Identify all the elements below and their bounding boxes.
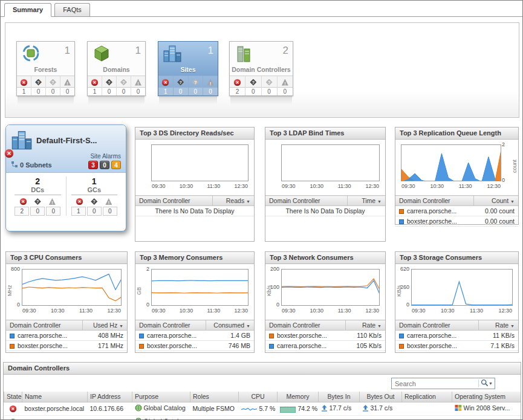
legend-row[interactable]: carrera.porsche... 11 KB/s <box>395 331 518 341</box>
y-axis-unit: KB/s <box>396 279 402 303</box>
status-count: 0 <box>46 207 60 216</box>
legend-col-metric[interactable]: Reads ▼ <box>212 196 254 206</box>
panel-title: Top 3 CPU Consumers <box>6 252 127 264</box>
status-count: 0 <box>87 207 102 216</box>
legend-row[interactable]: carrera.porsche... 105 Kb/s <box>265 341 385 351</box>
legend-col-metric[interactable]: Rate ▼ <box>345 320 385 331</box>
x-axis-ticks: 09:30 10:30 11:30 12:30 <box>281 183 380 189</box>
col-cpu[interactable]: CPU <box>239 392 278 402</box>
table-header-row: State Name IP Address Purpose Roles CPU … <box>4 392 522 402</box>
tile-domain-controllers[interactable]: 2 Domain Controllers ✕2 ?0 ?0 !0 <box>229 41 293 96</box>
dc-name: boxster.porsche... <box>147 342 197 349</box>
col-operating-system[interactable]: Operating System <box>452 392 522 402</box>
legend-col-metric[interactable]: Rate ▼ <box>478 320 518 331</box>
y-axis-unit: GB <box>136 279 142 303</box>
col-state[interactable]: State <box>4 392 22 402</box>
legend-row[interactable]: carrera.porsche... 1.4 GB <box>135 331 254 341</box>
critical-alarm-badge[interactable]: 0 <box>100 161 109 169</box>
fatal-alarm-badge[interactable]: 3 <box>88 161 98 169</box>
legend-row[interactable]: boxster.porsche... 7.1 KB/s <box>395 341 518 351</box>
dc-table-row[interactable]: ✕ carrera.porsche.local 10.6.176.67 Glob… <box>4 415 522 420</box>
search-input[interactable] <box>395 380 476 387</box>
critical-status-icon: ? <box>35 79 42 86</box>
chart-area: 200 100 0 Kb/s 09:30 10:30 11:30 12:30 <box>265 264 385 318</box>
chart-area: 2 0 GB 09:30 10:30 11:30 12:30 <box>135 264 254 318</box>
chart-area: 09:30 10:30 11:30 12:30 <box>265 140 385 194</box>
panel-replication-queue-length: Top 3 Replication Queue Length 2 0 count… <box>395 127 519 225</box>
x-tick: 12:30 <box>498 308 512 314</box>
tile-forests[interactable]: 1 Forests ✕1 ?0 ?0 !0 <box>16 41 75 96</box>
legend-row[interactable]: boxster.porsche... 171 MHz <box>6 341 127 351</box>
col-bytes-in[interactable]: Bytes In <box>319 392 360 402</box>
x-tick: 10:30 <box>180 183 193 189</box>
col-purpose[interactable]: Purpose <box>132 392 190 402</box>
dcs-label: DCs <box>15 186 61 195</box>
chart-plot <box>401 144 501 181</box>
legend-col-domain-controller[interactable]: Domain Controller <box>265 196 347 206</box>
legend-col-domain-controller[interactable]: Domain Controller <box>135 196 212 206</box>
tab-summary[interactable]: Summary <box>4 3 51 17</box>
col-name[interactable]: Name <box>22 392 88 402</box>
legend-row[interactable]: boxster.porsche... 110 Kb/s <box>265 331 385 341</box>
panel-ds-directory-reads: Top 3 DS Directory Reads/sec 09:30 10:30… <box>135 127 255 242</box>
x-tick: 12:30 <box>234 183 248 189</box>
metric-label: Reads <box>226 197 244 204</box>
y-axis-tick: 800 <box>6 266 20 272</box>
tab-faqts[interactable]: FAQts <box>54 3 90 16</box>
chart-plot <box>151 144 249 181</box>
col-memory[interactable]: Memory <box>278 392 319 402</box>
tile-sites[interactable]: 1 Sites ✕1 ?0 ?0 !0 <box>158 41 218 96</box>
series-color-swatch <box>399 209 404 214</box>
metric-label: Rate <box>362 321 375 329</box>
tile-domains[interactable]: 1 Domains ✕1 ?0 ?0 !0 <box>87 41 146 96</box>
chart-plot <box>411 269 513 306</box>
col-bytes-out[interactable]: Bytes Out <box>360 392 402 402</box>
y-axis-unit: Kb/s <box>266 279 272 303</box>
legend-row[interactable]: carrera.porsche... 408 MHz <box>6 331 127 341</box>
panel-storage-consumers: Top 3 Storage Consumers 620 260 0 KB/s 0… <box>395 251 519 353</box>
col-ip-address[interactable]: IP Address <box>88 392 132 402</box>
dc-name: boxster.porsche... <box>407 218 457 225</box>
subnet-icon <box>11 161 18 169</box>
legend-row[interactable]: carrera.porsche... 0.00 count <box>395 206 518 216</box>
x-tick: 11:30 <box>338 308 351 314</box>
legend-col-metric[interactable]: Count ▼ <box>474 196 518 206</box>
col-replication[interactable]: Replication <box>402 392 452 402</box>
x-tick: 09:30 <box>152 183 166 189</box>
fatal-status-icon: ✕ <box>91 79 98 86</box>
fatal-status-icon: ✕ <box>162 79 169 86</box>
legend-col-domain-controller[interactable]: Domain Controller <box>395 320 478 331</box>
legend-col-metric[interactable]: Time ▼ <box>347 196 385 206</box>
domains-icon <box>92 44 111 64</box>
col-roles[interactable]: Roles <box>190 392 239 402</box>
dc-table-row[interactable]: ✕ boxster.porsche.local 10.6.176.66 Glob… <box>4 402 522 415</box>
legend-col-domain-controller[interactable]: Domain Controller <box>265 320 345 331</box>
tile-status-bar: ✕1 ?0 ?0 !0 <box>88 76 145 95</box>
legend-col-metric[interactable]: Used Hz ▼ <box>83 320 127 331</box>
x-tick: 09:30 <box>282 308 296 314</box>
x-tick: 11:30 <box>79 308 93 314</box>
warning-status-icon: ! <box>282 79 288 86</box>
legend-row[interactable]: boxster.porsche... 0.00 count <box>395 216 518 227</box>
legend-col-domain-controller[interactable]: Domain Controller <box>6 320 83 331</box>
warning-status-icon: ! <box>49 198 56 205</box>
forests-icon <box>21 44 41 64</box>
site-alarms-label: Site Alarms <box>88 153 121 160</box>
search-icon[interactable] <box>481 379 489 388</box>
legend-col-domain-controller[interactable]: Domain Controller <box>135 320 206 331</box>
site-card-default-first-site[interactable]: ✕ Default-First-S... 0 Subnets Site Alar… <box>5 124 126 231</box>
x-tick: 11:30 <box>207 183 220 189</box>
legend-row[interactable]: boxster.porsche... 746 MB <box>135 341 254 351</box>
memory-value: 74.2 % <box>298 405 318 412</box>
legend-col-domain-controller[interactable]: Domain Controller <box>395 196 474 206</box>
legend-col-metric[interactable]: Consumed ▼ <box>206 320 254 331</box>
metric-label: Time <box>362 197 375 204</box>
search-options-caret-icon[interactable]: ▼ <box>489 381 493 386</box>
warning-alarm-badge[interactable]: 4 <box>111 161 121 169</box>
x-axis-ticks: 09:30 10:30 11:30 12:30 <box>411 308 513 314</box>
bytes-in-arrow-icon <box>321 404 328 413</box>
critical-status-icon: ? <box>177 79 184 86</box>
x-tick: 10:30 <box>51 308 65 314</box>
chart-plot <box>22 269 122 306</box>
panel-title: Top 3 DS Directory Reads/sec <box>135 128 254 140</box>
